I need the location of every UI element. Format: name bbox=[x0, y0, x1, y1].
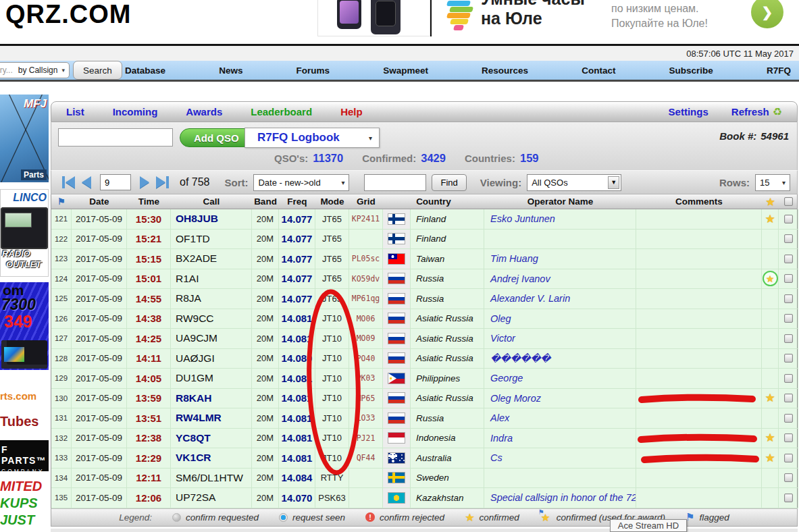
qso-callsign[interactable]: YC8QT bbox=[171, 429, 252, 449]
row-checkbox[interactable] bbox=[784, 294, 793, 303]
qso-callsign[interactable]: RW9CC bbox=[171, 309, 252, 329]
row-checkbox[interactable] bbox=[784, 414, 793, 423]
row-checkbox[interactable] bbox=[784, 473, 793, 482]
viewing-select[interactable]: All QSOs ▼ bbox=[527, 174, 621, 191]
callsign-search-box[interactable]: ery... by Callsign ▾ bbox=[0, 62, 70, 78]
table-row[interactable]: 121 2017-05-09 15:30 OH8JUB 20M 14.077 J… bbox=[51, 209, 797, 230]
table-row[interactable]: 122 2017-05-09 15:21 OF1TD 20M 14.077 JT… bbox=[51, 230, 797, 250]
row-checkbox[interactable] bbox=[784, 494, 793, 502]
header-mode[interactable]: Mode bbox=[315, 196, 349, 207]
last-page-button[interactable] bbox=[156, 176, 170, 188]
qso-callsign[interactable]: UAØJGI bbox=[171, 349, 252, 369]
add-qso-callsign-input[interactable] bbox=[58, 128, 173, 147]
table-row[interactable]: 125 2017-05-09 14:55 R8JA 20M 14.077 JT6… bbox=[51, 289, 797, 309]
row-checkbox[interactable] bbox=[784, 314, 793, 323]
rows-select[interactable]: 15 ▾ bbox=[755, 174, 790, 191]
nav-item-r7fq[interactable]: R7FQ bbox=[767, 65, 791, 76]
header-comments[interactable]: Comments bbox=[636, 196, 762, 207]
settings-link[interactable]: Settings bbox=[669, 106, 708, 117]
qso-callsign[interactable]: RW4LMR bbox=[171, 408, 252, 429]
row-checkbox[interactable] bbox=[784, 334, 793, 343]
header-date[interactable]: Date bbox=[72, 196, 127, 207]
nav-item-database[interactable]: Database bbox=[125, 65, 165, 76]
tab-awards[interactable]: Awards bbox=[186, 106, 222, 117]
header-time[interactable]: Time bbox=[127, 196, 171, 207]
qso-callsign[interactable]: UA9CJM bbox=[171, 329, 252, 349]
qso-callsign[interactable]: OH8JUB bbox=[171, 209, 252, 230]
header-country[interactable]: Country bbox=[383, 196, 484, 207]
table-row[interactable]: 127 2017-05-09 14:25 UA9CJM 20M 14.081 J… bbox=[51, 329, 797, 349]
table-row[interactable]: 132 2017-05-09 12:38 YC8QT 20M 14.081 JT… bbox=[51, 429, 797, 449]
ad-title-line1: Умные часы bbox=[481, 0, 585, 9]
page-number-input[interactable] bbox=[100, 174, 131, 190]
qso-callsign[interactable]: OF1TD bbox=[171, 230, 252, 250]
sort-select[interactable]: Date - new->old ▾ bbox=[253, 174, 349, 191]
tab-help[interactable]: Help bbox=[340, 106, 363, 117]
nav-item-forums[interactable]: Forums bbox=[297, 65, 330, 76]
table-row[interactable]: 124 2017-05-09 15:01 R1AI 20M 14.077 JT6… bbox=[51, 269, 797, 290]
table-row[interactable]: 130 2017-05-09 13:59 R8KAH 20M 14.081 JT… bbox=[51, 389, 797, 409]
sidebar-ad-promo[interactable]: MITEDKUPSJUSTENTS bbox=[0, 478, 49, 532]
header-call[interactable]: Call bbox=[171, 196, 252, 207]
sidebar-ad-alinco[interactable]: LINCORADIOOUTLET bbox=[0, 189, 49, 277]
table-row[interactable]: 133 2017-05-09 12:29 VK1CR 20M 14.081 JT… bbox=[51, 448, 797, 469]
refresh-link[interactable]: Refresh ♻ bbox=[731, 105, 782, 118]
search-input[interactable]: ery... bbox=[0, 65, 13, 75]
next-page-button[interactable] bbox=[140, 176, 149, 188]
qso-callsign[interactable]: SM6/DL1HTW bbox=[171, 469, 252, 489]
row-checkbox[interactable] bbox=[784, 354, 793, 363]
sidebar-ad-icom[interactable]: om7300349 bbox=[0, 282, 49, 370]
prev-page-button[interactable] bbox=[82, 176, 91, 188]
search-button[interactable]: Search bbox=[73, 61, 122, 80]
find-input[interactable] bbox=[364, 174, 426, 191]
nav-item-subscribe[interactable]: Subscribe bbox=[669, 65, 713, 76]
nav-item-news[interactable]: News bbox=[219, 65, 242, 76]
nav-item-resources[interactable]: Resources bbox=[482, 65, 528, 76]
sidebar-ad-mfj[interactable]: MFJParts bbox=[0, 95, 49, 182]
qso-callsign[interactable]: R8KAH bbox=[171, 389, 252, 409]
sidebar-ad-tubes[interactable]: rts.comTubes bbox=[0, 375, 49, 437]
find-button[interactable]: Find bbox=[432, 174, 466, 191]
row-checkbox[interactable] bbox=[784, 454, 793, 462]
table-row[interactable]: 129 2017-05-09 14:05 DU1GM 20M 14.081 JT… bbox=[51, 369, 797, 389]
table-row[interactable]: 123 2017-05-09 15:15 BX2ADE 20M 14.077 J… bbox=[51, 249, 797, 269]
nav-item-contact[interactable]: Contact bbox=[582, 65, 615, 76]
nav-item-swapmeet[interactable]: Swapmeet bbox=[383, 65, 428, 76]
qso-time: 12:06 bbox=[127, 488, 171, 508]
qso-callsign[interactable]: R8JA bbox=[171, 289, 252, 309]
select-all-checkbox[interactable] bbox=[784, 197, 793, 206]
search-scope-select[interactable]: by Callsign ▾ bbox=[18, 65, 65, 75]
banner-ad-title[interactable]: Умные часы на Юле bbox=[481, 0, 585, 28]
add-qso-button[interactable]: Add QSO bbox=[180, 128, 253, 147]
banner-ad-image[interactable] bbox=[317, 0, 430, 36]
row-checkbox[interactable] bbox=[784, 374, 793, 383]
row-checkbox[interactable] bbox=[784, 274, 793, 283]
header-operator[interactable]: Operator Name bbox=[484, 196, 636, 207]
row-checkbox[interactable] bbox=[784, 255, 793, 263]
first-page-button[interactable] bbox=[61, 176, 75, 188]
header-band[interactable]: Band bbox=[252, 196, 279, 207]
qso-callsign[interactable]: BX2ADE bbox=[171, 249, 252, 269]
tab-list[interactable]: List bbox=[66, 106, 84, 117]
logbook-select[interactable]: R7FQ Logbook ▾ bbox=[244, 128, 380, 148]
row-checkbox[interactable] bbox=[784, 394, 793, 402]
qso-callsign[interactable]: R1AI bbox=[171, 269, 252, 290]
table-row[interactable]: 135 2017-05-09 12:06 UP72SA 20M 14.070 P… bbox=[51, 488, 797, 508]
sidebar-ad-rfparts[interactable]: F PARTS™COMPANY bbox=[0, 440, 49, 471]
tab-incoming[interactable]: Incoming bbox=[113, 106, 158, 117]
row-checkbox[interactable] bbox=[784, 234, 793, 243]
qrz-logo[interactable]: QRZ.COM bbox=[5, 0, 131, 29]
table-row[interactable]: 131 2017-05-09 13:51 RW4LMR 20M 14.081 J… bbox=[51, 408, 797, 429]
tab-leaderboard[interactable]: Leaderboard bbox=[251, 106, 312, 117]
table-row[interactable]: 134 2017-05-09 12:11 SM6/DL1HTW 20M 14.0… bbox=[51, 469, 797, 489]
header-grid[interactable]: Grid bbox=[349, 196, 383, 207]
banner-ad-arrow-button[interactable]: ❯ bbox=[751, 0, 783, 28]
qso-callsign[interactable]: UP72SA bbox=[171, 488, 252, 508]
qso-callsign[interactable]: DU1GM bbox=[171, 369, 252, 389]
qso-callsign[interactable]: VK1CR bbox=[171, 448, 252, 469]
table-row[interactable]: 126 2017-05-09 14:38 RW9CC 20M 14.081 JT… bbox=[51, 309, 797, 329]
row-checkbox[interactable] bbox=[784, 215, 793, 223]
row-checkbox[interactable] bbox=[784, 433, 793, 442]
table-row[interactable]: 128 2017-05-09 14:11 UAØJGI 20M 14.080 J… bbox=[51, 349, 797, 369]
header-freq[interactable]: Freq bbox=[279, 196, 315, 207]
